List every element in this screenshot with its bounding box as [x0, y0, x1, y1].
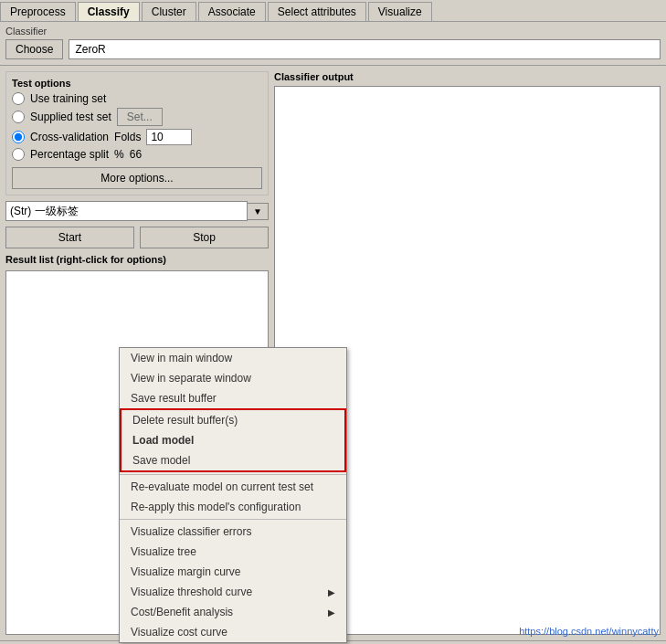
menu-separator-2: [120, 519, 346, 520]
label-supplied-test: Supplied test set: [30, 111, 111, 123]
set-button[interactable]: Set...: [117, 108, 163, 126]
label-use-training: Use training set: [30, 92, 106, 105]
stop-button[interactable]: Stop: [140, 227, 269, 248]
action-row: Start Stop: [5, 227, 269, 248]
result-list-label: Result list (right-click for options): [5, 254, 269, 265]
label-folds: Folds: [114, 131, 141, 143]
menu-visualize-threshold-curve[interactable]: Visualize threshold curve ▶: [120, 582, 346, 602]
submenu-arrow-threshold: ▶: [328, 587, 335, 597]
submenu-arrow-cost-benefit: ▶: [328, 607, 335, 618]
menu-re-apply-config[interactable]: Re-apply this model's configuration: [120, 497, 346, 517]
test-options-title: Test options: [12, 78, 262, 89]
tab-preprocess[interactable]: Preprocess: [0, 2, 76, 21]
choose-button[interactable]: Choose: [5, 39, 63, 59]
tab-classify[interactable]: Classify: [78, 2, 140, 21]
radio-cross-validation[interactable]: [12, 131, 25, 143]
radio-percentage-split[interactable]: [12, 148, 25, 161]
context-menu: View in main window View in separate win…: [119, 347, 347, 643]
classifier-output-label: Classifier output: [274, 71, 661, 82]
tab-select-attributes[interactable]: Select attributes: [268, 2, 366, 21]
watermark: https://blog.csdn.net/winnycatty: [519, 626, 659, 637]
class-dropdown[interactable]: (Str) 一级标签: [5, 201, 248, 221]
classifier-section: Classifier Choose ZeroR: [0, 22, 666, 66]
classifier-row: Choose ZeroR: [5, 39, 661, 59]
menu-re-evaluate-model[interactable]: Re-evaluate model on current test set: [120, 477, 346, 497]
menu-cost-benefit-analysis[interactable]: Cost/Benefit analysis ▶: [120, 602, 346, 622]
tab-associate[interactable]: Associate: [198, 2, 266, 21]
menu-visualize-tree[interactable]: Visualize tree: [120, 542, 346, 562]
tab-visualize[interactable]: Visualize: [368, 2, 432, 21]
menu-view-main-window[interactable]: View in main window: [120, 348, 346, 368]
menu-visualize-cost-curve[interactable]: Visualize cost curve: [120, 622, 346, 642]
menu-visualize-margin-curve[interactable]: Visualize margin curve: [120, 562, 346, 582]
menu-delete-result-buffers[interactable]: Delete result buffer(s): [122, 410, 344, 430]
menu-visualize-classifier-errors[interactable]: Visualize classifier errors: [120, 522, 346, 542]
option-cross-validation: Cross-validation Folds: [12, 129, 262, 145]
radio-use-training[interactable]: [12, 92, 25, 105]
classifier-section-label: Classifier: [5, 26, 661, 37]
tab-bar: Preprocess Classify Cluster Associate Se…: [0, 0, 666, 22]
dropdown-row: (Str) 一级标签 ▼: [5, 201, 269, 221]
classifier-name-display: ZeroR: [69, 39, 661, 59]
option-use-training: Use training set: [12, 92, 262, 105]
folds-input[interactable]: [146, 129, 192, 145]
more-options-button[interactable]: More options...: [12, 167, 262, 189]
test-options-box: Test options Use training set Supplied t…: [5, 71, 269, 195]
menu-highlight-group: Delete result buffer(s) Load model Save …: [120, 408, 346, 472]
percent-value: 66: [130, 148, 142, 161]
radio-supplied-test[interactable]: [12, 111, 25, 123]
menu-load-model[interactable]: Load model: [122, 430, 344, 450]
menu-save-model[interactable]: Save model: [122, 450, 344, 470]
tab-cluster[interactable]: Cluster: [142, 2, 196, 21]
start-button[interactable]: Start: [5, 227, 134, 248]
menu-view-separate-window[interactable]: View in separate window: [120, 368, 346, 388]
menu-separator-1: [120, 474, 346, 475]
label-percent-symbol: %: [114, 148, 124, 161]
label-cross-validation: Cross-validation: [30, 131, 109, 143]
option-percentage-split: Percentage split % 66: [12, 148, 262, 161]
dropdown-arrow-icon[interactable]: ▼: [248, 203, 269, 220]
label-percentage-split: Percentage split: [30, 148, 109, 161]
menu-save-result-buffer[interactable]: Save result buffer: [120, 388, 346, 408]
option-supplied-test: Supplied test set Set...: [12, 108, 262, 126]
